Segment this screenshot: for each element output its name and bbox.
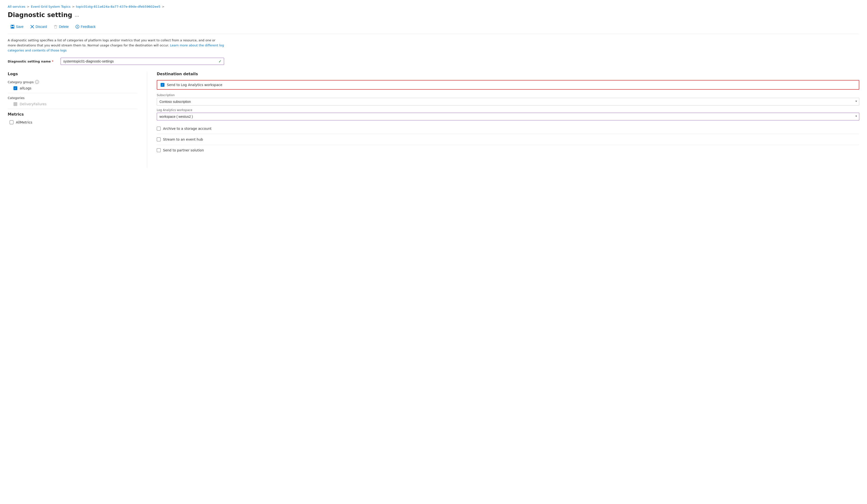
archive-storage-row: Archive to a storage account: [157, 123, 859, 134]
page-title: Diagnostic setting: [8, 11, 72, 19]
all-metrics-label: AllMetrics: [16, 120, 32, 124]
send-to-log-analytics-checkbox[interactable]: [161, 83, 164, 87]
send-to-log-analytics-label: Send to Log Analytics workspace: [167, 83, 222, 87]
logs-metrics-divider: [8, 109, 137, 109]
all-metrics-row: AllMetrics: [8, 120, 137, 124]
info-icon[interactable]: i: [35, 80, 39, 84]
partner-solution-label: Send to partner solution: [163, 148, 204, 152]
breadcrumb-sep-2: >: [72, 5, 75, 8]
setting-name-input-wrap: ✓: [61, 58, 224, 65]
description: A diagnostic setting specifies a list of…: [8, 38, 224, 53]
save-label: Save: [16, 25, 23, 29]
delivery-failures-row: DeliveryFailures: [8, 102, 137, 106]
breadcrumb-event-grid[interactable]: Event Grid System Topics: [31, 5, 71, 8]
subscription-select[interactable]: Contoso subscription: [157, 98, 859, 106]
breadcrumb-sep-1: >: [27, 5, 30, 8]
subscription-wrap: Subscription Contoso subscription ▾: [157, 94, 859, 106]
discard-button[interactable]: Discard: [28, 23, 50, 30]
delete-button[interactable]: Delete: [51, 23, 72, 30]
delivery-failures-checkbox[interactable]: [13, 102, 17, 106]
breadcrumb-all-services[interactable]: All services: [8, 5, 25, 8]
all-logs-label: allLogs: [20, 86, 32, 90]
delete-label: Delete: [59, 25, 68, 29]
page-title-container: Diagnostic setting ...: [8, 11, 859, 19]
partner-solution-checkbox[interactable]: [157, 148, 161, 152]
save-button[interactable]: Save: [8, 23, 26, 30]
subscription-label: Subscription: [157, 94, 859, 97]
log-analytics-select[interactable]: workspace ( westus2 ): [157, 113, 859, 120]
setting-name-label: Diagnostic setting name *: [8, 60, 56, 63]
svg-rect-1: [12, 25, 13, 26]
categories-label: Categories: [8, 96, 137, 100]
log-analytics-label: Log Analytics workspace: [157, 108, 859, 112]
feedback-icon: [75, 25, 79, 29]
logs-section-title: Logs: [8, 72, 137, 76]
setting-name-row: Diagnostic setting name * ✓: [8, 58, 224, 65]
all-metrics-checkbox[interactable]: [10, 120, 13, 124]
discard-icon: [30, 25, 34, 29]
breadcrumb: All services > Event Grid System Topics …: [8, 5, 859, 8]
stream-event-hub-checkbox[interactable]: [157, 138, 161, 141]
svg-rect-2: [11, 27, 14, 28]
save-icon: [11, 25, 14, 29]
delete-icon: [54, 25, 57, 29]
delivery-failures-label: DeliveryFailures: [20, 102, 46, 106]
left-panel: Logs Category groups i allLogs Categorie…: [8, 72, 147, 168]
feedback-label: Feedback: [81, 25, 95, 29]
more-options-icon[interactable]: ...: [75, 12, 79, 18]
destination-section-title: Destination details: [157, 72, 859, 76]
partner-solution-row: Send to partner solution: [157, 145, 859, 156]
svg-rect-5: [55, 25, 56, 25]
logs-divider: [8, 93, 137, 93]
metrics-section-title: Metrics: [8, 112, 137, 117]
stream-event-hub-row: Stream to an event hub: [157, 134, 859, 145]
right-panel: Destination details Send to Log Analytic…: [147, 72, 859, 168]
send-to-log-analytics-row: Send to Log Analytics workspace: [157, 80, 859, 90]
breadcrumb-topic[interactable]: topic01stg-811a624a-8a77-437e-89de-dfeb5…: [76, 5, 160, 8]
stream-event-hub-label: Stream to an event hub: [163, 138, 203, 141]
all-logs-row: allLogs: [8, 86, 137, 90]
setting-name-input[interactable]: [61, 58, 224, 65]
archive-storage-checkbox[interactable]: [157, 127, 161, 130]
log-analytics-wrap: Log Analytics workspace workspace ( west…: [157, 108, 859, 120]
breadcrumb-sep-3: >: [162, 5, 164, 8]
discard-label: Discard: [35, 25, 47, 29]
svg-point-7: [76, 25, 79, 28]
feedback-button[interactable]: Feedback: [73, 23, 98, 30]
validation-check-icon: ✓: [218, 59, 222, 64]
main-layout: Logs Category groups i allLogs Categorie…: [8, 72, 859, 168]
category-groups-label: Category groups i: [8, 80, 137, 84]
all-logs-checkbox[interactable]: [13, 86, 17, 90]
required-indicator: *: [52, 60, 54, 63]
archive-storage-label: Archive to a storage account: [163, 127, 212, 130]
toolbar: Save Discard Delete Feedba: [8, 23, 859, 34]
